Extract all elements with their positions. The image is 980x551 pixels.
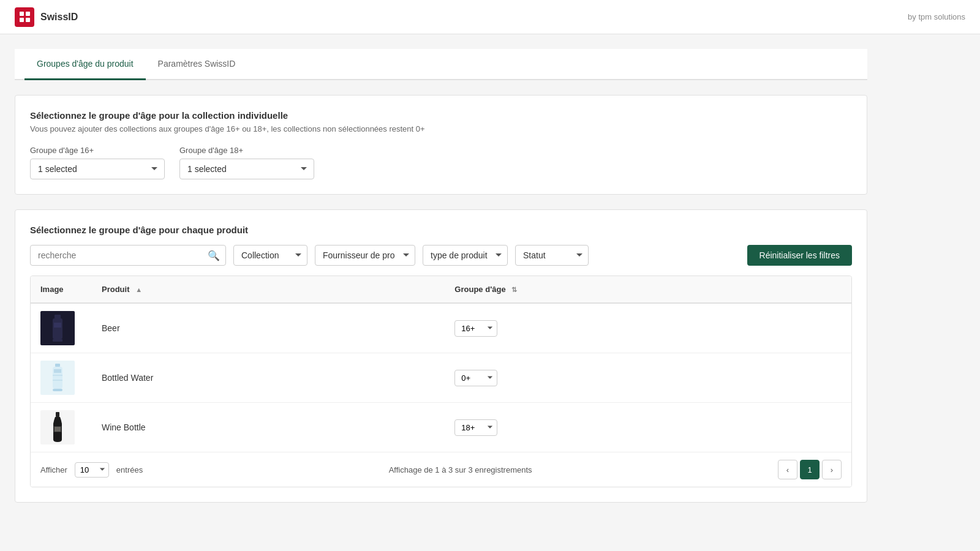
fournisseur-filter[interactable]: Fournisseur de pro Fournisseur A Fournis… [315,245,415,266]
group16-dropdown-group: Groupe d'âge 16+ 1 selected [30,146,165,179]
collection-filter[interactable]: Collection Collection A Collection B [233,245,307,266]
header-byline: by tpm solutions [908,12,965,21]
section1-title: Sélectionnez le groupe d'âge pour la col… [30,110,852,121]
logo-dot-2 [26,12,30,16]
svg-rect-7 [54,369,61,373]
search-input[interactable] [30,245,226,266]
svg-rect-10 [56,412,59,417]
cell-age-wine: 0+ 16+ 18+ [445,403,851,452]
svg-rect-0 [55,315,61,318]
cell-image-water [31,353,92,403]
group18-select[interactable]: 1 selected [179,159,314,179]
logo-dot-1 [20,12,24,16]
cell-age-beer: 0+ 16+ 18+ [445,303,851,353]
section2-card: Sélectionnez le groupe d'âge pour chaque… [15,209,867,503]
svg-rect-1 [53,318,62,339]
app-title: SwissID [40,12,78,23]
svg-rect-4 [55,364,60,367]
pagination-buttons: ‹ 1 › [778,460,842,479]
pagination-row: Afficher 10 25 50 100 entrées Affichage … [31,452,851,487]
search-wrapper: 🔍 [30,245,226,266]
tab-params[interactable]: Paramètres SwissID [146,49,248,80]
logo-dot-4 [26,18,30,22]
table-row: Beer 0+ 16+ 18+ [31,303,851,353]
cell-age-water: 0+ 16+ 18+ [445,353,851,403]
product-sort-icon: ▲ [135,286,142,293]
cell-image-beer [31,303,92,353]
section2-title: Sélectionnez le groupe d'âge pour chaque… [30,225,852,235]
prev-page-button[interactable]: ‹ [778,460,797,479]
main-content: Groupes d'âge du produit Paramètres Swis… [0,34,882,532]
water-bottle-svg [51,363,64,392]
svg-rect-6 [53,389,62,391]
group16-select[interactable]: 1 selected [30,159,165,179]
age-select-wine[interactable]: 0+ 16+ 18+ [454,419,497,436]
statut-filter[interactable]: Statut Actif Inactif [515,245,589,266]
table-body: Beer 0+ 16+ 18+ [31,303,851,452]
wine-bottle-svg [51,411,64,443]
products-table: Image Produit ▲ Groupe d'âge ⇅ [31,276,851,452]
entries-label: entrées [116,465,143,474]
next-page-button[interactable]: › [822,460,842,479]
pagination-info: Affichage de 1 à 3 sur 3 enregistrements [150,465,771,474]
products-table-wrapper: Image Produit ▲ Groupe d'âge ⇅ [30,276,852,487]
cell-product-water: Bottled Water [92,353,445,403]
table-row: Wine Bottle 0+ 16+ 18+ [31,403,851,452]
tab-age-groups[interactable]: Groupes d'âge du produit [24,49,146,80]
type-filter[interactable]: type de produit Type A Type B [423,245,508,266]
page-1-button[interactable]: 1 [800,460,820,479]
reset-filters-button[interactable]: Réinitialiser les filtres [747,245,852,266]
age-sort-icon: ⇅ [511,286,517,293]
group18-dropdown-group: Groupe d'âge 18+ 1 selected [179,146,314,179]
product-image-wine [40,410,75,444]
cell-product-beer: Beer [92,303,445,353]
table-row: Bottled Water 0+ 16+ 18+ [31,353,851,403]
tabs-bar: Groupes d'âge du produit Paramètres Swis… [15,49,867,80]
header-left: SwissID [15,7,78,27]
logo-dot-3 [20,18,24,22]
group18-label: Groupe d'âge 18+ [179,146,314,155]
svg-rect-3 [53,339,62,342]
section1-subtitle: Vous pouvez ajouter des collections aux … [30,124,852,133]
svg-rect-12 [55,427,61,432]
per-page-select[interactable]: 10 25 50 100 [75,462,109,478]
cell-product-wine: Wine Bottle [92,403,445,452]
section1-card: Sélectionnez le groupe d'âge pour la col… [15,95,867,195]
age-select-water[interactable]: 0+ 16+ 18+ [454,370,497,386]
cell-image-wine [31,403,92,452]
svg-rect-2 [54,323,61,328]
pagination-show-label: Afficher [40,465,67,474]
group16-label: Groupe d'âge 16+ [30,146,165,155]
product-image-water [40,361,75,395]
header: SwissID by tpm solutions [0,0,980,34]
search-icon: 🔍 [208,250,220,261]
table-header-row: Image Produit ▲ Groupe d'âge ⇅ [31,276,851,303]
col-age[interactable]: Groupe d'âge ⇅ [445,276,851,303]
beer-bottle-svg [49,313,66,343]
swissid-logo-icon [15,7,34,27]
dropdowns-row: Groupe d'âge 16+ 1 selected Groupe d'âge… [30,146,852,179]
age-select-beer[interactable]: 0+ 16+ 18+ [454,320,497,337]
col-image: Image [31,276,92,303]
col-product[interactable]: Produit ▲ [92,276,445,303]
product-image-beer [40,311,75,345]
logo-dots [20,12,30,22]
filters-row: 🔍 Collection Collection A Collection B F… [30,245,852,266]
